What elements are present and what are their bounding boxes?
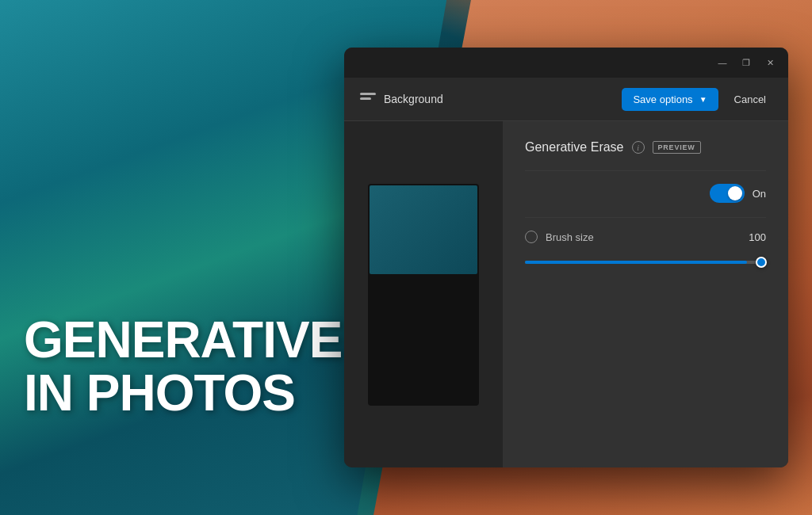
- divider-1: [525, 170, 766, 171]
- minimize-button[interactable]: —: [717, 57, 728, 68]
- info-icon-label: i: [637, 143, 639, 152]
- brush-icon: [525, 231, 538, 243]
- section-title: Background: [384, 93, 443, 105]
- toggle-switch[interactable]: [710, 184, 745, 203]
- toggle-knob: [728, 186, 742, 200]
- right-panel: Generative Erase i PREVIEW On Brush size…: [503, 121, 788, 467]
- chevron-down-icon: ▼: [699, 95, 707, 104]
- divider-2: [525, 217, 766, 218]
- save-options-label: Save options: [633, 93, 692, 105]
- left-panel: [344, 121, 503, 467]
- slider-track: [525, 261, 766, 264]
- brush-size-slider[interactable]: [525, 254, 766, 270]
- brush-size-value: 100: [749, 231, 766, 243]
- toggle-label: On: [753, 188, 766, 200]
- toggle-row: On: [525, 184, 766, 203]
- panel-title-row: Generative Erase i PREVIEW: [525, 140, 766, 154]
- restore-button[interactable]: ❐: [741, 57, 752, 68]
- background-icon: [360, 93, 376, 105]
- image-canvas: [368, 184, 479, 406]
- header-bar: Background Save options ▼ Cancel: [344, 78, 788, 121]
- app-window: — ❐ ✕ Background Save options ▼ Cancel: [344, 48, 788, 467]
- header-left: Background: [360, 93, 443, 105]
- brush-size-row: Brush size 100: [525, 231, 766, 243]
- header-right: Save options ▼ Cancel: [622, 88, 772, 111]
- save-options-button[interactable]: Save options ▼: [622, 88, 718, 111]
- cancel-button[interactable]: Cancel: [728, 88, 772, 111]
- preview-badge: PREVIEW: [653, 141, 701, 154]
- image-preview: [370, 185, 477, 274]
- panel-title: Generative Erase: [525, 140, 624, 154]
- main-content: Generative Erase i PREVIEW On Brush size…: [344, 121, 788, 467]
- slider-thumb[interactable]: [756, 257, 767, 268]
- title-bar: — ❐ ✕: [344, 48, 788, 78]
- close-button[interactable]: ✕: [764, 57, 776, 68]
- slider-fill: [525, 261, 747, 264]
- info-icon[interactable]: i: [632, 141, 645, 154]
- brush-size-label: Brush size: [546, 231, 741, 243]
